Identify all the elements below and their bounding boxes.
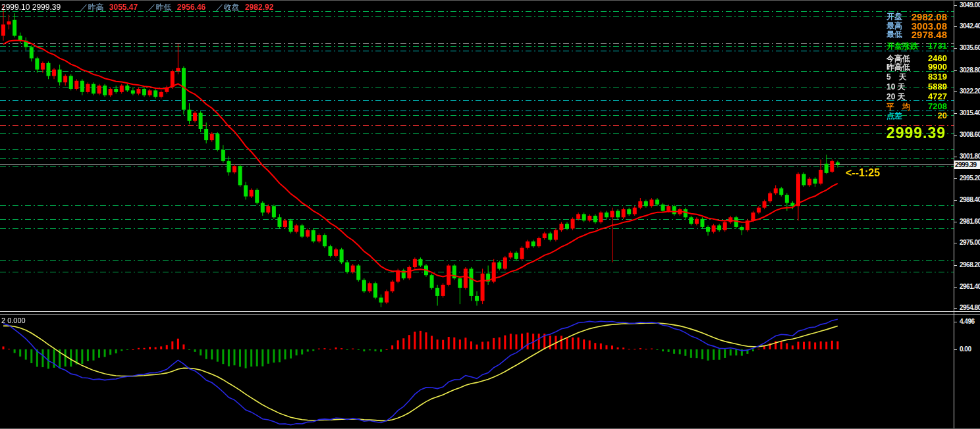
trading-chart-window: 2999.10 2999.39 ／昨高 3055.47 ／昨低 2956.46 … xyxy=(0,0,980,429)
info-row-value: 8319 xyxy=(928,72,947,82)
axis-tick xyxy=(954,91,957,92)
window-top-border xyxy=(0,0,980,1)
info-row-label: 最低 xyxy=(886,29,902,40)
info-row: 昨高低9900 xyxy=(886,62,947,71)
info-row: 最高3003.08 xyxy=(886,20,947,30)
info-row: 今高低2460 xyxy=(886,53,947,63)
indicator-axis-label: 0.00 xyxy=(960,345,971,353)
axis-tick xyxy=(954,308,957,309)
info-row: 10 天5889 xyxy=(886,82,947,91)
prev-close-label: ／收盘 xyxy=(216,3,240,12)
price-axis-label: 2981.60 xyxy=(960,218,980,225)
price-axis-label: 3028.80 xyxy=(960,66,980,74)
info-row-label: 点差 xyxy=(886,111,902,122)
axis-tick xyxy=(954,135,957,136)
info-row-value: 5889 xyxy=(928,82,947,91)
prev-high-value: 3055.47 xyxy=(109,3,138,12)
axis-tick xyxy=(954,243,957,243)
info-row: 平 均7208 xyxy=(886,101,947,111)
axis-tick xyxy=(954,322,957,322)
info-row: 开盘涨跌1731 xyxy=(886,41,947,50)
price-axis-label: 3049.00 xyxy=(960,1,980,9)
axis-tick xyxy=(954,265,957,266)
axis-tick xyxy=(954,48,957,49)
prev-low-value: 2956.46 xyxy=(177,3,205,12)
main-chart-canvas[interactable] xyxy=(0,0,954,311)
info-row: 5 天8319 xyxy=(886,72,947,81)
price-axis-label: 3015.40 xyxy=(960,109,980,116)
prev-high-group: ／昨高 3055.47 xyxy=(80,3,140,12)
info-row-value: 20 xyxy=(938,111,947,120)
current-price-tag: 2999.39 xyxy=(954,161,980,169)
price-axis-label: 2954.80 xyxy=(960,304,980,311)
quote-header: 2999.10 2999.39 ／昨高 3055.47 ／昨低 2956.46 … xyxy=(1,2,281,13)
axis-tick xyxy=(954,26,957,27)
price-axis-label: 2968.20 xyxy=(960,261,980,268)
axis-tick xyxy=(954,5,957,6)
prev-high-label: ／昨高 xyxy=(80,3,103,12)
axis-tick xyxy=(954,157,957,157)
axis-tick xyxy=(954,349,957,350)
candle-countdown-annotation: <--1:25 xyxy=(846,167,880,179)
price-axis-label: 2988.40 xyxy=(960,196,980,203)
indicator-axis-label: 4.496 xyxy=(960,318,975,325)
axis-tick xyxy=(954,287,957,288)
prev-low-group: ／昨低 2956.46 xyxy=(148,3,208,12)
price-axis-label: 2975.00 xyxy=(960,239,980,246)
price-axis-label: 3001.80 xyxy=(960,153,980,160)
info-row: 开盘2982.08 xyxy=(886,11,947,20)
price-axis-label: 2961.40 xyxy=(960,283,980,290)
info-row-value: 1731 xyxy=(928,41,947,51)
info-row-value: 9900 xyxy=(928,62,947,72)
axis-tick xyxy=(954,200,957,201)
panel-separator[interactable] xyxy=(0,311,980,315)
axis-tick xyxy=(954,222,957,222)
axis-tick xyxy=(954,113,957,114)
info-row: 20 天4727 xyxy=(886,91,947,101)
info-row-value: 4727 xyxy=(928,91,947,101)
last-price-display: 2999.39 xyxy=(879,124,946,142)
axis-tick xyxy=(954,70,957,71)
price-axis-label: 2995.20 xyxy=(960,174,980,182)
info-row: 最低2978.48 xyxy=(886,29,947,38)
indicator-chart-canvas[interactable] xyxy=(0,315,954,429)
info-row: 点差20 xyxy=(886,111,947,120)
prev-close-group: ／收盘 2982.92 xyxy=(216,3,274,12)
prev-low-label: ／昨低 xyxy=(148,3,172,12)
info-row-value: 2978.48 xyxy=(912,29,947,40)
axis-tick xyxy=(954,178,957,179)
prev-close-value: 2982.92 xyxy=(245,3,273,12)
indicator-params-label: 2 0.000 xyxy=(1,316,26,324)
price-axis-label: 3042.40 xyxy=(960,22,980,30)
price-axis-label: 3035.60 xyxy=(960,44,980,51)
bid-ask-prices: 2999.10 2999.39 xyxy=(1,3,61,12)
info-row-label: 开盘涨跌 xyxy=(886,41,918,52)
price-axis-label: 3022.20 xyxy=(960,88,980,95)
info-row-value: 7208 xyxy=(928,101,947,111)
axis-border xyxy=(954,0,954,429)
price-axis-label: 3008.60 xyxy=(960,131,980,138)
